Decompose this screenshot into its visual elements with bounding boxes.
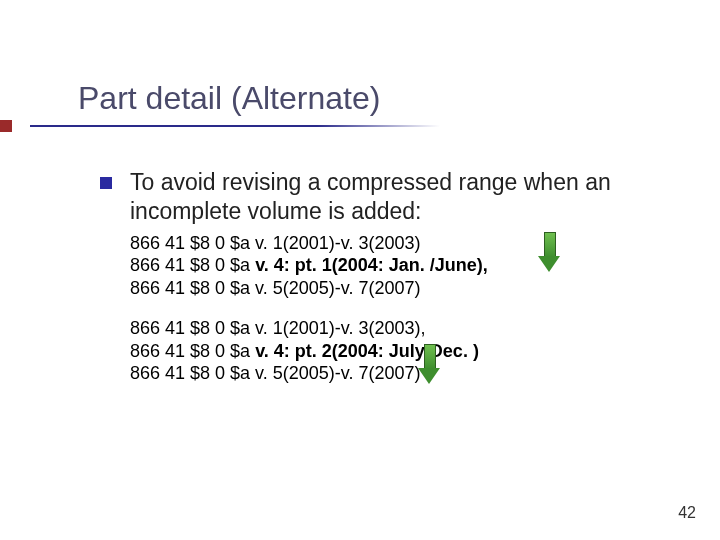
spacer: [100, 299, 670, 317]
down-arrow-icon: [418, 344, 440, 384]
slide: Part detail (Alternate) To avoid revisin…: [0, 0, 720, 540]
marc-line: 866 41 $8 0 $a v. 1(2001)-v. 3(2003),: [130, 317, 670, 340]
marc-line: 866 41 $8 0 $a v. 4: pt. 1(2004: Jan. /J…: [130, 254, 670, 277]
slide-title: Part detail (Alternate): [78, 80, 680, 117]
content-area: To avoid revising a compressed range whe…: [100, 168, 670, 385]
marc-block-2: 866 41 $8 0 $a v. 1(2001)-v. 3(2003), 86…: [130, 317, 670, 385]
marc-prefix: 866 41 $8 0 $a: [130, 255, 255, 275]
marc-bold: v. 4: pt. 1(2004: Jan. /June),: [255, 255, 488, 275]
marc-bold: v. 4: pt. 2(2004: July/Dec. ): [255, 341, 479, 361]
marc-line: 866 41 $8 0 $a v. 1(2001)-v. 3(2003): [130, 232, 670, 255]
lead-text: To avoid revising a compressed range whe…: [130, 168, 670, 226]
title-underline: [30, 125, 440, 127]
marc-block-1: 866 41 $8 0 $a v. 1(2001)-v. 3(2003) 866…: [130, 232, 670, 300]
marc-line: 866 41 $8 0 $a v. 5(2005)-v. 7(2007): [130, 277, 670, 300]
page-number: 42: [678, 504, 696, 522]
down-arrow-icon: [538, 232, 560, 272]
bullet-item: To avoid revising a compressed range whe…: [100, 168, 670, 226]
square-bullet-icon: [100, 177, 112, 189]
marc-line: 866 41 $8 0 $a v. 4: pt. 2(2004: July/De…: [130, 340, 670, 363]
marc-line: 866 41 $8 0 $a v. 5(2005)-v. 7(2007): [130, 362, 670, 385]
marc-prefix: 866 41 $8 0 $a: [130, 341, 255, 361]
title-area: Part detail (Alternate): [78, 80, 680, 127]
